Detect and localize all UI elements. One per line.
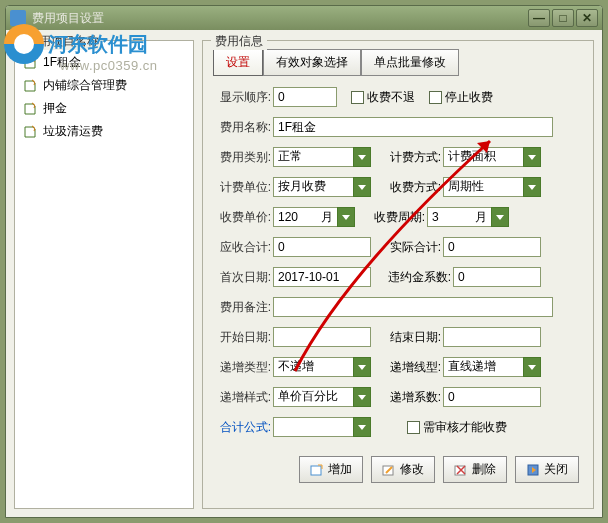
tab-bar: 设置 有效对象选择 单点批量修改 <box>213 49 583 76</box>
charge-cycle-label: 收费周期: <box>367 209 425 226</box>
end-date-input[interactable] <box>443 327 541 347</box>
chevron-down-icon[interactable] <box>523 357 541 377</box>
tree-item[interactable]: 垃圾清运费 <box>21 120 187 143</box>
window-title: 费用项目设置 <box>32 10 528 27</box>
need-audit-label: 需审核才能收费 <box>423 419 507 436</box>
stop-charge-label: 停止收费 <box>445 89 493 106</box>
unit-price-input[interactable] <box>273 207 317 227</box>
fee-items-tree: 1F租金 内铺综合管理费 押金 垃圾清运费 <box>17 43 191 151</box>
fee-name-label: 费用名称 <box>213 119 271 136</box>
tree-item[interactable]: 押金 <box>21 97 187 120</box>
minimize-button[interactable]: — <box>528 9 550 27</box>
display-order-label: 显示顺序 <box>213 89 271 106</box>
increment-line-label: 递增线型: <box>383 359 441 376</box>
charge-cycle-input[interactable] <box>427 207 471 227</box>
document-icon <box>23 102 39 116</box>
main-window: 费用项目设置 — □ ✕ 河东软件园 www.pc0359.cn 费用项目名称 … <box>5 5 603 518</box>
charge-cycle-combo[interactable]: 月 <box>427 207 509 227</box>
chevron-down-icon[interactable] <box>353 387 371 407</box>
chevron-down-icon[interactable] <box>353 417 371 437</box>
tree-item-label: 押金 <box>43 100 67 117</box>
tab-batch-edit[interactable]: 单点批量修改 <box>361 49 459 76</box>
unit-price-unit: 月 <box>317 207 337 227</box>
delete-button[interactable]: 删除 <box>443 456 507 483</box>
fee-info-title: 费用信息 <box>211 33 267 50</box>
increment-type-label: 递增类型 <box>213 359 271 376</box>
start-date-label: 开始日期 <box>213 329 271 346</box>
charge-method-label: 收费方式: <box>383 179 441 196</box>
fee-items-panel: 费用项目名称 1F租金 内铺综合管理费 押金 垃圾清运费 <box>14 40 194 509</box>
stop-charge-checkbox[interactable] <box>429 91 442 104</box>
tree-item-label: 内铺综合管理费 <box>43 77 127 94</box>
receivable-total-input[interactable] <box>273 237 371 257</box>
tab-settings[interactable]: 设置 <box>213 49 263 76</box>
edit-icon <box>382 463 396 477</box>
calc-unit-select[interactable]: 按月收费 <box>273 177 371 197</box>
app-icon <box>10 10 26 26</box>
first-date-label: 首次日期 <box>213 269 271 286</box>
calc-unit-label: 计费单位 <box>213 179 271 196</box>
formula-label: 合计公式 <box>213 419 271 436</box>
formula-select[interactable] <box>273 417 371 437</box>
increment-style-label: 递增样式 <box>213 389 271 406</box>
add-button[interactable]: 增加 <box>299 456 363 483</box>
chevron-down-icon[interactable] <box>353 177 371 197</box>
edit-button[interactable]: 修改 <box>371 456 435 483</box>
titlebar: 费用项目设置 — □ ✕ <box>6 6 602 30</box>
fee-type-select[interactable]: 正常 <box>273 147 371 167</box>
fee-remark-input[interactable] <box>273 297 553 317</box>
receivable-total-label: 应收合计 <box>213 239 271 256</box>
tree-item[interactable]: 1F租金 <box>21 51 187 74</box>
document-icon <box>23 125 39 139</box>
close-button[interactable]: 关闭 <box>515 456 579 483</box>
delete-icon <box>454 463 468 477</box>
svg-rect-0 <box>311 466 321 475</box>
chevron-down-icon[interactable] <box>353 147 371 167</box>
fee-type-label: 费用类别 <box>213 149 271 166</box>
tree-item[interactable]: 内铺综合管理费 <box>21 74 187 97</box>
charge-cycle-unit: 月 <box>471 207 491 227</box>
fee-info-panel: 费用信息 设置 有效对象选择 单点批量修改 显示顺序 收费不退 停止 <box>202 40 594 509</box>
penalty-factor-label: 违约金系数: <box>383 269 451 286</box>
increment-type-select[interactable]: 不递增 <box>273 357 371 377</box>
chevron-down-icon[interactable] <box>523 177 541 197</box>
no-refund-checkbox[interactable] <box>351 91 364 104</box>
unit-price-label: 收费单价 <box>213 209 271 226</box>
calc-method-label: 计费方式: <box>383 149 441 166</box>
calc-method-select[interactable]: 计费面积 <box>443 147 541 167</box>
unit-price-combo[interactable]: 月 <box>273 207 355 227</box>
close-icon <box>526 463 540 477</box>
action-buttons: 增加 修改 删除 关闭 <box>213 456 583 483</box>
document-icon <box>23 79 39 93</box>
need-audit-checkbox[interactable] <box>407 421 420 434</box>
close-window-button[interactable]: ✕ <box>576 9 598 27</box>
charge-method-select[interactable]: 周期性 <box>443 177 541 197</box>
fee-remark-label: 费用备注 <box>213 299 271 316</box>
chevron-down-icon[interactable] <box>337 207 355 227</box>
chevron-down-icon[interactable] <box>523 147 541 167</box>
no-refund-label: 收费不退 <box>367 89 415 106</box>
chevron-down-icon[interactable] <box>491 207 509 227</box>
first-date-input[interactable] <box>273 267 371 287</box>
document-icon <box>23 56 39 70</box>
display-order-input[interactable] <box>273 87 337 107</box>
chevron-down-icon[interactable] <box>353 357 371 377</box>
tree-item-label: 垃圾清运费 <box>43 123 103 140</box>
tab-valid-objects[interactable]: 有效对象选择 <box>263 49 361 76</box>
actual-total-label: 实际合计: <box>383 239 441 256</box>
increment-style-select[interactable]: 单价百分比 <box>273 387 371 407</box>
fee-name-input[interactable] <box>273 117 553 137</box>
penalty-factor-input[interactable] <box>453 267 541 287</box>
end-date-label: 结束日期: <box>383 329 441 346</box>
add-icon <box>310 463 324 477</box>
increment-line-select[interactable]: 直线递增 <box>443 357 541 377</box>
start-date-input[interactable] <box>273 327 371 347</box>
fee-items-title: 费用项目名称 <box>23 33 103 50</box>
actual-total-input[interactable] <box>443 237 541 257</box>
maximize-button[interactable]: □ <box>552 9 574 27</box>
tree-item-label: 1F租金 <box>43 54 81 71</box>
increment-factor-input[interactable] <box>443 387 541 407</box>
increment-factor-label: 递增系数: <box>383 389 441 406</box>
